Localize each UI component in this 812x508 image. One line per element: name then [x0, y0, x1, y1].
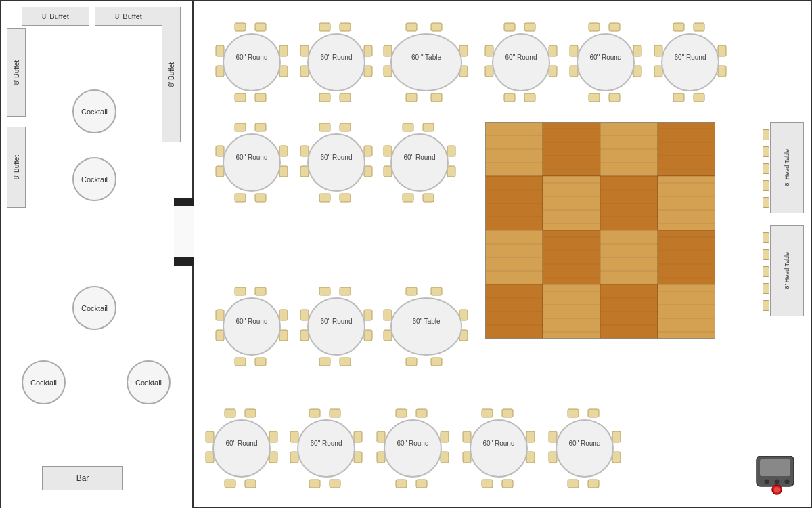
table-12-svg: 60" Table — [382, 286, 470, 367]
table-1[interactable]: 60" Round — [215, 22, 289, 106]
svg-point-78 — [308, 134, 365, 191]
table-3[interactable]: 60 " Table — [382, 22, 470, 106]
svg-rect-86 — [447, 146, 455, 156]
svg-text:60" Round: 60" Round — [675, 54, 706, 61]
svg-rect-222 — [396, 480, 407, 488]
table-4[interactable]: 60" Round — [484, 22, 558, 106]
table-14[interactable]: 60" Round — [289, 408, 363, 492]
cocktail-1[interactable]: Cocktail — [72, 89, 116, 133]
svg-rect-71 — [340, 123, 351, 131]
svg-rect-104 — [658, 176, 715, 230]
buffet-top-2[interactable]: 8' Buffet — [95, 7, 162, 26]
svg-point-188 — [308, 298, 365, 355]
table-17[interactable]: 60" Round — [547, 408, 622, 492]
svg-rect-213 — [330, 480, 340, 488]
table-10[interactable]: 60" Round — [215, 286, 289, 370]
svg-rect-184 — [300, 310, 309, 320]
svg-text:60" Round: 60" Round — [236, 54, 268, 61]
table-7[interactable]: 60" Round — [215, 122, 289, 206]
table-11[interactable]: 60" Round — [299, 286, 374, 370]
svg-text:60" Round: 60" Round — [404, 154, 436, 161]
cocktail-2[interactable]: Cocktail — [72, 157, 116, 201]
head-table-2[interactable]: 8' Head Table — [770, 225, 804, 316]
svg-rect-65 — [216, 166, 224, 177]
svg-point-198 — [391, 298, 461, 355]
table-12[interactable]: 60" Table — [382, 286, 470, 370]
right-panel: 60" Round 60" Round — [194, 1, 811, 507]
svg-rect-76 — [364, 146, 372, 156]
svg-rect-206 — [269, 431, 277, 442]
svg-rect-0 — [235, 23, 246, 31]
svg-rect-230 — [482, 409, 493, 417]
table-13[interactable]: 60" Round — [204, 408, 279, 492]
svg-point-88 — [391, 134, 448, 191]
svg-rect-183 — [340, 358, 351, 366]
dance-floor — [485, 122, 715, 339]
table-13-svg: 60" Round — [204, 408, 279, 489]
buffet-right[interactable]: 8' Buffet — [162, 7, 181, 142]
head-table-1[interactable]: 8' Head Table — [770, 122, 804, 213]
remote-control[interactable] — [753, 456, 800, 496]
table-2[interactable]: 60" Round — [299, 22, 374, 106]
table-6[interactable]: 60" Round — [653, 22, 727, 106]
svg-rect-195 — [384, 330, 392, 341]
svg-rect-106 — [543, 230, 600, 284]
table-15[interactable]: 60" Round — [376, 408, 450, 492]
cocktail-4[interactable]: Cocktail — [22, 360, 66, 404]
buffet-left-2[interactable]: 8' Buffet — [7, 127, 26, 208]
table-8[interactable]: 60" Round — [299, 122, 374, 206]
svg-point-256 — [774, 487, 780, 492]
svg-rect-247 — [612, 452, 621, 463]
svg-rect-1 — [255, 23, 266, 31]
cocktail-5[interactable]: Cocktail — [127, 360, 171, 404]
table-5[interactable]: 60" Round — [568, 22, 643, 106]
svg-rect-30 — [504, 23, 515, 31]
table-9[interactable]: 60" Round — [382, 122, 457, 206]
svg-rect-83 — [423, 194, 434, 202]
svg-rect-82 — [403, 194, 413, 202]
table-11-svg: 60" Round — [299, 286, 374, 367]
svg-point-254 — [784, 479, 790, 484]
svg-rect-210 — [309, 409, 320, 417]
svg-rect-67 — [279, 166, 288, 177]
svg-rect-84 — [384, 146, 392, 156]
svg-rect-56 — [718, 45, 726, 56]
svg-rect-233 — [502, 480, 513, 488]
svg-rect-63 — [255, 194, 266, 202]
svg-rect-203 — [245, 480, 256, 488]
svg-rect-5 — [216, 66, 224, 77]
svg-rect-36 — [549, 45, 557, 56]
table-9-svg: 60" Round — [382, 122, 457, 203]
buffet-left-1[interactable]: 8' Buffet — [7, 28, 26, 117]
svg-rect-244 — [549, 431, 557, 442]
svg-rect-34 — [485, 45, 493, 56]
svg-point-68 — [223, 134, 280, 191]
table-15-svg: 60" Round — [376, 408, 450, 489]
svg-rect-50 — [673, 23, 684, 31]
svg-rect-237 — [526, 452, 535, 463]
svg-rect-24 — [384, 45, 392, 56]
svg-rect-202 — [225, 480, 235, 488]
cocktail-3[interactable]: Cocktail — [72, 286, 116, 330]
svg-rect-70 — [319, 123, 330, 131]
svg-rect-52 — [673, 93, 684, 102]
svg-rect-57 — [718, 66, 726, 77]
svg-rect-173 — [255, 358, 266, 366]
svg-rect-13 — [340, 93, 351, 102]
svg-rect-60 — [235, 123, 246, 131]
svg-point-208 — [213, 420, 270, 477]
svg-rect-227 — [441, 452, 449, 463]
svg-rect-110 — [543, 284, 600, 339]
svg-rect-170 — [235, 287, 246, 295]
svg-text:60" Round: 60" Round — [321, 318, 353, 325]
table-14-svg: 60" Round — [289, 408, 363, 489]
bar[interactable]: Bar — [42, 466, 123, 490]
svg-rect-246 — [612, 431, 621, 442]
svg-rect-32 — [504, 93, 515, 102]
svg-rect-6 — [279, 45, 288, 56]
svg-text:60" Round: 60" Round — [311, 440, 342, 447]
table-16[interactable]: 60" Round — [461, 408, 536, 492]
svg-rect-235 — [463, 452, 471, 463]
buffet-top-1[interactable]: 8' Buffet — [22, 7, 89, 26]
svg-rect-3 — [255, 93, 266, 102]
